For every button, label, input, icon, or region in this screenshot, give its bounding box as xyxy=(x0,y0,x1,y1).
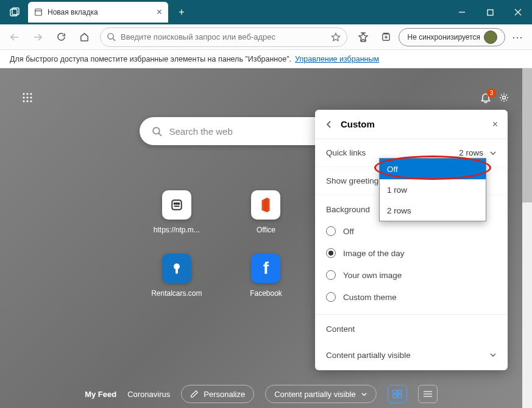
panel-header: Custom × xyxy=(315,110,508,139)
bg-option-off[interactable]: Off xyxy=(315,220,508,242)
maximize-button[interactable] xyxy=(476,0,504,24)
quick-links-value: 2 rows xyxy=(459,148,483,157)
svg-rect-39 xyxy=(393,395,397,398)
svg-rect-33 xyxy=(176,268,178,274)
svg-rect-40 xyxy=(398,395,402,398)
avatar-icon xyxy=(484,30,497,44)
content-visibility-button[interactable]: Content partially visible xyxy=(265,385,377,403)
address-input[interactable] xyxy=(121,32,326,41)
favbar-manage-link[interactable]: Управление избранным xyxy=(295,55,379,63)
svg-point-21 xyxy=(23,100,24,102)
sync-label: Не синхронизируется xyxy=(408,33,480,41)
panel-close-icon[interactable]: × xyxy=(492,119,498,130)
svg-point-29 xyxy=(176,203,177,204)
layout-grid-icon[interactable] xyxy=(388,385,407,403)
content-visibility-row[interactable]: Content partially visible xyxy=(315,340,508,370)
scrollbar-thumb[interactable] xyxy=(522,68,532,202)
tab-strip: Новая вкладка × + xyxy=(0,0,191,24)
browser-tab[interactable]: Новая вкладка × xyxy=(28,2,168,23)
svg-point-28 xyxy=(174,203,175,204)
ntp-header: 3 xyxy=(22,85,510,110)
content-section-label: Content xyxy=(315,315,508,340)
search-placeholder: Search the web xyxy=(169,126,233,137)
svg-point-20 xyxy=(30,96,32,98)
content-value: Content partially visible xyxy=(326,351,411,360)
apps-grid-icon[interactable] xyxy=(22,92,33,103)
browser-toolbar: Не синхронизируется ⋯ xyxy=(0,24,532,50)
bg-option-image-of-day[interactable]: Image of the day xyxy=(315,242,508,264)
tile-facebook[interactable]: f Facebook xyxy=(221,254,311,298)
svg-rect-37 xyxy=(393,390,397,393)
refresh-button[interactable] xyxy=(50,27,72,47)
personalize-button[interactable]: Personalize xyxy=(181,385,254,403)
show-greeting-label: Show greeting xyxy=(326,176,378,185)
address-bar[interactable] xyxy=(100,27,347,47)
layout-list-icon[interactable] xyxy=(418,385,438,403)
radio-icon xyxy=(326,292,336,302)
svg-point-25 xyxy=(153,127,160,134)
dropdown-option-1row[interactable]: 1 row xyxy=(380,179,486,200)
tabsets-icon[interactable] xyxy=(5,2,24,22)
vertical-scrollbar[interactable] xyxy=(522,68,532,408)
favorites-bar: Для быстрого доступа поместите избранные… xyxy=(0,50,532,68)
svg-point-22 xyxy=(26,100,28,102)
svg-line-26 xyxy=(158,133,161,135)
radio-icon xyxy=(326,226,336,236)
new-tab-content: 3 Search the web https://ntp.m... Office… xyxy=(0,68,532,408)
dropdown-option-2rows[interactable]: 2 rows xyxy=(380,200,486,221)
bg-option-own-image[interactable]: Your own image xyxy=(315,264,508,286)
chevron-down-icon xyxy=(361,391,367,398)
collections-icon[interactable] xyxy=(375,27,397,47)
office-icon xyxy=(251,190,280,220)
close-window-button[interactable] xyxy=(504,0,532,24)
tile-rentalcars[interactable]: Rentalcars.com xyxy=(132,254,222,298)
page-settings-icon[interactable] xyxy=(498,91,510,104)
page-icon xyxy=(34,8,43,16)
tile-office[interactable]: Office xyxy=(221,190,311,234)
favorites-icon[interactable] xyxy=(352,27,374,47)
more-menu-button[interactable]: ⋯ xyxy=(506,27,528,47)
myfeed-link[interactable]: My Feed xyxy=(85,390,116,399)
svg-point-23 xyxy=(30,100,32,102)
svg-rect-5 xyxy=(488,10,493,15)
svg-point-17 xyxy=(30,93,32,95)
back-button[interactable] xyxy=(4,27,26,47)
feed-bottom-bar: My Feed Coronavirus Personalize Content … xyxy=(0,380,522,408)
svg-point-8 xyxy=(108,34,113,39)
minimize-button[interactable] xyxy=(448,0,476,24)
rentalcars-icon xyxy=(162,254,191,283)
coronavirus-link[interactable]: Coronavirus xyxy=(127,390,170,399)
svg-point-16 xyxy=(26,93,28,95)
window-controls xyxy=(448,0,532,24)
svg-point-15 xyxy=(23,93,24,95)
forward-button[interactable] xyxy=(27,27,49,47)
svg-point-30 xyxy=(178,203,179,204)
dropdown-option-off[interactable]: Off xyxy=(380,159,486,179)
notifications-icon[interactable]: 3 xyxy=(480,91,492,104)
radio-icon xyxy=(326,270,336,280)
svg-rect-2 xyxy=(35,9,42,16)
home-button[interactable] xyxy=(73,27,95,47)
tile-ntp[interactable]: https://ntp.m... xyxy=(132,190,222,234)
svg-rect-38 xyxy=(398,390,402,393)
close-tab-icon[interactable]: × xyxy=(157,7,162,18)
svg-point-18 xyxy=(23,96,24,98)
quick-links-label: Quick links xyxy=(326,148,366,157)
new-tab-button[interactable]: + xyxy=(172,2,191,22)
page-settings-panel: Custom × Quick links 2 rows Show greetin… xyxy=(315,110,508,370)
radio-checked-icon xyxy=(326,248,336,258)
svg-point-24 xyxy=(503,96,506,99)
svg-line-9 xyxy=(113,38,115,41)
chevron-down-icon xyxy=(489,149,497,157)
sync-profile-button[interactable]: Не синхронизируется xyxy=(399,28,505,46)
window-titlebar: Новая вкладка × + xyxy=(0,0,532,24)
pencil-icon xyxy=(190,390,199,398)
chevron-down-icon xyxy=(489,351,497,359)
facebook-icon: f xyxy=(251,254,280,283)
back-icon[interactable] xyxy=(325,120,333,129)
svg-point-19 xyxy=(26,96,28,98)
bg-option-custom-theme[interactable]: Custom theme xyxy=(315,286,508,308)
favorite-star-icon[interactable] xyxy=(331,32,341,42)
search-icon xyxy=(107,32,116,41)
notification-badge: 3 xyxy=(487,88,496,98)
